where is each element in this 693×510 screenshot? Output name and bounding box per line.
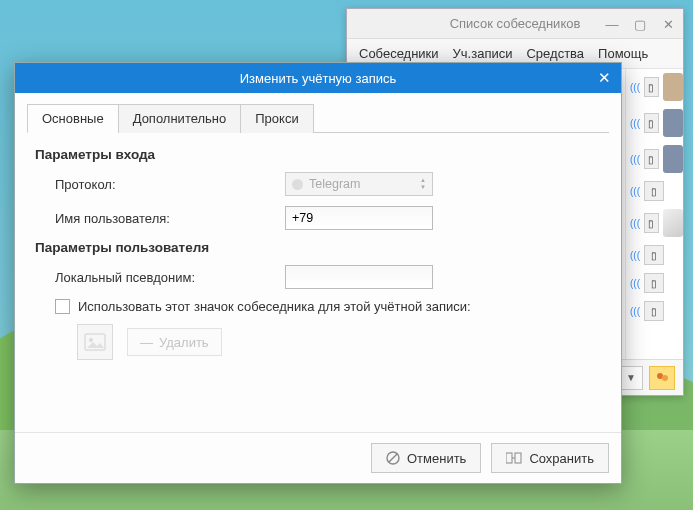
buddy-row[interactable]: ((( ▯: [626, 205, 683, 241]
icon-picker: — Удалить: [77, 324, 609, 360]
signal-icon: (((: [630, 250, 640, 261]
username-label: Имя пользователя:: [55, 211, 285, 226]
svg-rect-7: [515, 453, 521, 463]
menu-buddies[interactable]: Собеседники: [353, 43, 445, 64]
phone-icon: ▯: [644, 245, 664, 265]
cancel-button[interactable]: Отменить: [371, 443, 481, 473]
menu-help[interactable]: Помощь: [592, 43, 654, 64]
svg-rect-6: [506, 453, 512, 463]
people-icon: [655, 371, 669, 385]
use-icon-row: Использовать этот значок собеседника для…: [55, 299, 609, 314]
cancel-icon: [386, 451, 400, 465]
username-row: Имя пользователя:: [55, 206, 609, 230]
svg-point-1: [662, 375, 668, 381]
alias-input[interactable]: [285, 265, 433, 289]
signal-icon: (((: [630, 186, 640, 197]
tab-advanced[interactable]: Дополнительно: [118, 104, 242, 133]
protocol-row: Протокол: Telegram ▲▼: [55, 172, 609, 196]
phone-icon: ▯: [644, 301, 664, 321]
avatar: [663, 145, 683, 173]
phone-icon: ▯: [644, 113, 659, 133]
close-icon[interactable]: ✕: [657, 17, 679, 32]
protocol-label: Протокол:: [55, 177, 285, 192]
dialog-body: Основные Дополнительно Прокси Параметры …: [15, 93, 621, 432]
close-icon[interactable]: ✕: [595, 69, 613, 87]
buddy-row[interactable]: ((( ▯: [626, 141, 683, 177]
buddy-titlebar: Список собеседников — ▢ ✕: [347, 9, 683, 39]
dialog-title: Изменить учётную запись: [240, 71, 397, 86]
phone-icon: ▯: [644, 77, 659, 97]
buddy-row[interactable]: ((( ▯: [626, 241, 683, 269]
buddy-list: ((( ▯ ((( ▯ ((( ▯ ((( ▯ ((( ▯: [625, 69, 683, 359]
buddy-row[interactable]: ((( ▯: [626, 269, 683, 297]
svg-line-5: [389, 454, 397, 462]
avatar: [663, 73, 683, 101]
username-input[interactable]: [285, 206, 433, 230]
menu-accounts[interactable]: Уч.записи: [447, 43, 519, 64]
signal-icon: (((: [630, 82, 640, 93]
minimize-icon[interactable]: —: [601, 17, 623, 32]
signal-icon: (((: [630, 154, 640, 165]
use-icon-label: Использовать этот значок собеседника для…: [78, 299, 471, 314]
alias-row: Локальный псевдоним:: [55, 265, 609, 289]
user-section-title: Параметры пользователя: [35, 240, 609, 255]
buddy-row[interactable]: ((( ▯: [626, 105, 683, 141]
save-icon: [506, 452, 522, 464]
protocol-value: Telegram: [309, 177, 360, 191]
dialog-footer: Отменить Сохранить: [15, 432, 621, 483]
tab-proxy[interactable]: Прокси: [240, 104, 313, 133]
telegram-icon: [292, 179, 303, 190]
menu-tools[interactable]: Средства: [520, 43, 590, 64]
tab-basic[interactable]: Основные: [27, 104, 119, 133]
icon-thumbnail[interactable]: [77, 324, 113, 360]
buddy-row[interactable]: ((( ▯: [626, 297, 683, 325]
maximize-icon[interactable]: ▢: [629, 17, 651, 32]
image-icon: [84, 333, 106, 351]
use-icon-checkbox[interactable]: [55, 299, 70, 314]
signal-icon: (((: [630, 118, 640, 129]
tabbar: Основные Дополнительно Прокси: [27, 103, 609, 133]
phone-icon: ▯: [644, 181, 664, 201]
save-label: Сохранить: [529, 451, 594, 466]
remove-icon-label: Удалить: [159, 335, 209, 350]
avatar: [663, 209, 683, 237]
signal-icon: (((: [630, 278, 640, 289]
dialog-titlebar: Изменить учётную запись ✕: [15, 63, 621, 93]
alias-label: Локальный псевдоним:: [55, 270, 285, 285]
buddy-row[interactable]: ((( ▯: [626, 177, 683, 205]
signal-icon: (((: [630, 306, 640, 317]
login-section-title: Параметры входа: [35, 147, 609, 162]
window-controls: — ▢ ✕: [601, 9, 679, 39]
protocol-select: Telegram ▲▼: [285, 172, 433, 196]
buddy-window-title: Список собеседников: [450, 16, 581, 31]
buddy-row[interactable]: ((( ▯: [626, 69, 683, 105]
svg-point-3: [89, 338, 93, 342]
remove-icon-button: — Удалить: [127, 328, 222, 356]
avatar: [663, 109, 683, 137]
save-button[interactable]: Сохранить: [491, 443, 609, 473]
phone-icon: ▯: [644, 273, 664, 293]
spinner-icon: ▲▼: [416, 174, 430, 194]
signal-icon: (((: [630, 218, 640, 229]
minus-icon: —: [140, 335, 153, 350]
cancel-label: Отменить: [407, 451, 466, 466]
phone-icon: ▯: [644, 149, 659, 169]
phone-icon: ▯: [644, 213, 659, 233]
buddy-footer-button[interactable]: [649, 366, 675, 390]
modify-account-dialog: Изменить учётную запись ✕ Основные Допол…: [14, 62, 622, 484]
